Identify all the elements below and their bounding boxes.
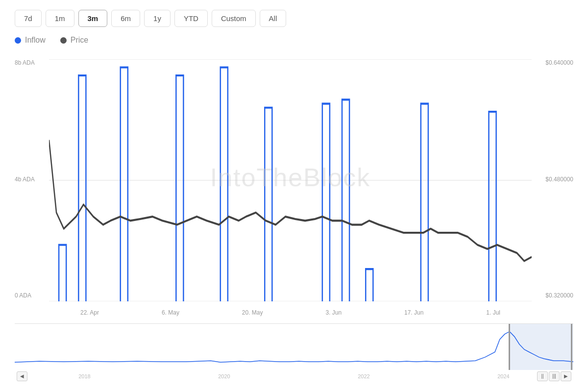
price-line [49,140,532,261]
chart-svg-area: IntoTheBlock [49,59,532,301]
inflow-dot [15,37,21,44]
x-label-5: 1. Jul [486,309,500,316]
main-chart: 8b ADA 4b ADA 0 ADA $0.640000 $0.480000 … [15,59,573,321]
btn-7d[interactable]: 7d [15,10,42,27]
time-range-selector: 7d 1m 3m 6m 1y YTD Custom All [15,10,573,27]
range-x-3: 2024 [497,373,509,379]
main-container: 7d 1m 3m 6m 1y YTD Custom All Inflow Pri… [0,0,588,392]
svg-rect-4 [510,324,573,370]
btn-ytd[interactable]: YTD [174,10,208,27]
btn-1y[interactable]: 1y [144,10,171,27]
y-right-top: $0.640000 [545,59,573,66]
legend-price: Price [60,36,88,45]
y-left-bot: 0 ADA [15,292,31,299]
legend-inflow: Inflow [15,36,46,45]
svg-rect-3 [15,324,573,370]
y-axis-right: $0.640000 $0.480000 $0.320000 [532,59,573,301]
x-label-0: 22. Apr [80,309,99,316]
btn-1m[interactable]: 1m [46,10,74,27]
svg-rect-5 [509,324,510,370]
mini-chart-svg [15,324,573,370]
y-left-top: 8b ADA [15,59,35,66]
pan-left-button[interactable]: ◀ [17,371,27,381]
y-left-mid: 4b ADA [15,176,35,183]
btn-custom[interactable]: Custom [212,10,256,27]
mini-chart-area [15,324,573,370]
chart-legend: Inflow Price [15,36,573,45]
x-axis: 22. Apr 6. May 20. May 3. Jun 17. Jun 1.… [49,304,532,321]
x-label-2: 20. May [242,309,263,316]
left-nav: ◀ [15,370,29,382]
x-label-4: 17. Jun [404,309,423,316]
x-label-1: 6. May [162,309,179,316]
pan-right-button[interactable]: ▶ [561,371,571,381]
svg-rect-6 [571,324,572,370]
y-right-bot: $0.320000 [545,292,573,299]
range-selector[interactable]: 2018 2020 2022 2024 ◀ || ||| ▶ [15,323,573,382]
price-dot [60,37,67,44]
range-x-2: 2022 [358,373,369,379]
btn-3m[interactable]: 3m [78,10,108,27]
inflow-label: Inflow [25,36,46,45]
y-axis-left: 8b ADA 4b ADA 0 ADA [15,59,49,301]
range-x-axis: 2018 2020 2022 2024 [15,370,573,382]
handle-right-button[interactable]: ||| [549,371,560,381]
chart-wrapper: 8b ADA 4b ADA 0 ADA $0.640000 $0.480000 … [15,59,573,382]
x-label-3: 3. Jun [325,309,342,316]
range-x-1: 2020 [218,373,230,379]
main-chart-svg [49,59,532,301]
handle-left-button[interactable]: || [537,371,548,381]
btn-6m[interactable]: 6m [111,10,140,27]
btn-all[interactable]: All [260,10,287,27]
price-label: Price [71,36,88,45]
range-nav: || ||| ▶ [535,370,573,382]
y-right-mid: $0.480000 [545,176,573,183]
range-x-0: 2018 [78,373,90,379]
